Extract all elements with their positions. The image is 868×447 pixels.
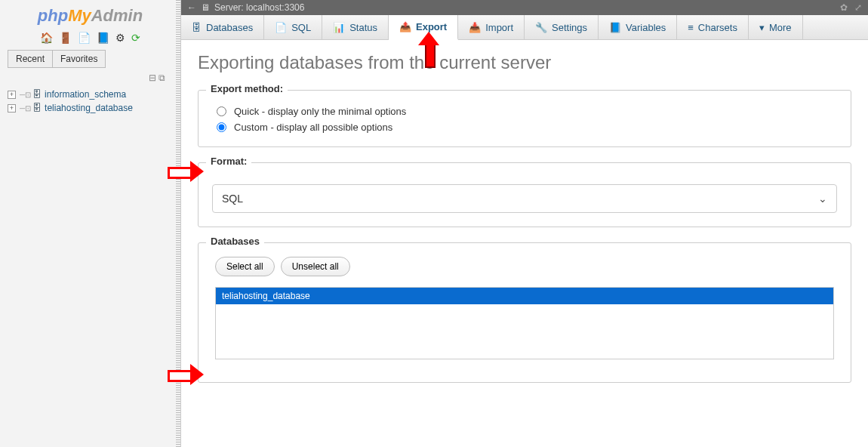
status-icon: 📊 xyxy=(333,22,345,33)
sidebar-tabs: Recent Favorites xyxy=(0,50,180,68)
main-tabs: 🗄Databases 📄SQL 📊Status 📤Export 📥Import … xyxy=(181,15,868,40)
charsets-icon: ≡ xyxy=(688,22,694,33)
link-icon[interactable]: ⧉ xyxy=(159,72,165,83)
main-panel: ← 🖥 Server: localhost:3306 ✿ ⤢ 🗄Database… xyxy=(181,0,868,447)
content-area: Exporting databases from the current ser… xyxy=(181,40,868,447)
expand-icon[interactable]: + xyxy=(8,91,16,99)
databases-icon: 🗄 xyxy=(192,22,202,33)
server-label: Server: localhost:3306 xyxy=(214,2,304,13)
tab-recent[interactable]: Recent xyxy=(8,50,53,68)
db-label: information_schema xyxy=(45,89,126,100)
format-value: SQL xyxy=(222,193,243,205)
radio-quick-input[interactable] xyxy=(217,106,226,116)
tab-settings[interactable]: 🔧Settings xyxy=(525,15,599,39)
database-listbox[interactable]: teliahosting_database xyxy=(215,287,834,359)
more-icon: ▾ xyxy=(759,22,765,33)
format-select[interactable]: SQL ⌄ xyxy=(212,184,837,213)
format-legend: Format: xyxy=(206,156,251,167)
tab-favorites[interactable]: Favorites xyxy=(53,50,106,68)
radio-custom[interactable]: Custom - display all possible options xyxy=(212,117,837,133)
chevron-down-icon: ⌄ xyxy=(818,193,827,205)
tab-databases[interactable]: 🗄Databases xyxy=(181,15,264,39)
database-tree: + ─⊡ 🗄 information_schema + ─⊡ 🗄 teliaho… xyxy=(0,88,180,115)
fullscreen-icon[interactable]: ⤢ xyxy=(854,2,862,13)
back-icon[interactable]: ← xyxy=(187,2,196,13)
logo[interactable]: phpMyAdmin xyxy=(0,0,180,29)
variables-icon: 📘 xyxy=(609,22,621,33)
expand-icon[interactable]: + xyxy=(8,104,16,113)
select-all-button[interactable]: Select all xyxy=(215,257,275,276)
databases-fieldset: Databases Select all Unselect all teliah… xyxy=(198,242,851,383)
export-icon: 📤 xyxy=(399,21,411,32)
docs-icon[interactable]: 📘 xyxy=(97,32,109,44)
db-label: teliahosting_database xyxy=(45,103,133,113)
sidebar-resize-handle[interactable] xyxy=(176,0,180,447)
sidebar-toolbar: 🏠 🚪 📄 📘 ⚙ ⟳ xyxy=(0,29,180,50)
list-item-teliahosting-database[interactable]: teliahosting_database xyxy=(216,288,833,304)
database-icon: 🗄 xyxy=(32,103,42,113)
tab-sql[interactable]: 📄SQL xyxy=(264,15,322,39)
sidebar: phpMyAdmin 🏠 🚪 📄 📘 ⚙ ⟳ Recent Favorites … xyxy=(0,0,181,447)
export-method-legend: Export method: xyxy=(206,83,288,94)
unselect-all-button[interactable]: Unselect all xyxy=(281,257,350,276)
tab-import[interactable]: 📥Import xyxy=(458,15,525,39)
sql-icon: 📄 xyxy=(275,22,287,33)
export-method-fieldset: Export method: Quick - display only the … xyxy=(198,90,851,147)
server-bar: ← 🖥 Server: localhost:3306 ✿ ⤢ xyxy=(181,0,868,15)
home-icon[interactable]: 🏠 xyxy=(40,32,53,44)
radio-quick[interactable]: Quick - display only the minimal options xyxy=(212,101,837,117)
page-title: Exporting databases from the current ser… xyxy=(198,52,851,73)
tab-status[interactable]: 📊Status xyxy=(322,15,389,39)
collapse-controls: ⊟ ⧉ xyxy=(0,68,180,88)
sql-icon[interactable]: 📄 xyxy=(78,32,91,44)
format-fieldset: Format: SQL ⌄ xyxy=(198,162,851,227)
gear-icon[interactable]: ✿ xyxy=(840,2,848,13)
exit-icon[interactable]: 🚪 xyxy=(59,32,72,44)
db-item-information-schema[interactable]: + ─⊡ 🗄 information_schema xyxy=(8,88,173,101)
server-icon: 🖥 xyxy=(201,2,210,13)
tab-variables[interactable]: 📘Variables xyxy=(599,15,677,39)
databases-legend: Databases xyxy=(206,236,264,247)
reload-icon[interactable]: ⟳ xyxy=(131,32,140,44)
tab-export[interactable]: 📤Export xyxy=(389,15,458,40)
tab-more[interactable]: ▾More xyxy=(749,15,803,39)
import-icon: 📥 xyxy=(469,22,481,33)
settings-icon: 🔧 xyxy=(535,22,547,33)
db-item-teliahosting[interactable]: + ─⊡ 🗄 teliahosting_database xyxy=(8,101,173,115)
database-icon: 🗄 xyxy=(32,89,42,100)
tab-charsets[interactable]: ≡Charsets xyxy=(677,15,749,39)
radio-custom-input[interactable] xyxy=(217,122,226,132)
settings-icon[interactable]: ⚙ xyxy=(115,32,125,44)
collapse-icon[interactable]: ⊟ xyxy=(149,72,156,83)
